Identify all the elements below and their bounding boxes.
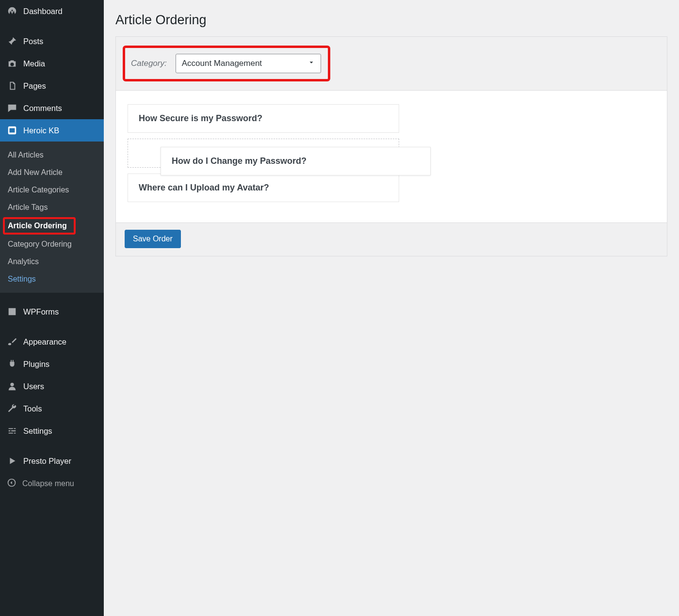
user-icon: [7, 381, 17, 392]
sidebar-item-appearance[interactable]: Appearance: [0, 331, 104, 353]
submenu-item-all-articles[interactable]: All Articles: [0, 146, 104, 164]
admin-sidebar: Dashboard Posts Media Pages Comments Her…: [0, 0, 104, 616]
ordering-panel: Category: Account Management How Secure …: [115, 36, 667, 256]
sliders-icon: [7, 426, 17, 436]
heroic-kb-submenu: All Articles Add New Article Article Cat…: [0, 142, 104, 293]
chevron-down-icon: [308, 59, 315, 68]
category-label: Category:: [131, 59, 167, 68]
submenu-item-category-ordering[interactable]: Category Ordering: [0, 236, 104, 253]
category-selector-highlight: Category: Account Management: [123, 46, 330, 81]
sidebar-item-presto-player[interactable]: Presto Player: [0, 450, 104, 472]
sidebar-item-label: WPForms: [23, 307, 59, 316]
submenu-item-article-ordering[interactable]: Article Ordering: [3, 217, 76, 235]
submenu-item-settings[interactable]: Settings: [0, 270, 104, 288]
sidebar-item-label: Pages: [23, 81, 46, 91]
sidebar-item-tools[interactable]: Tools: [0, 397, 104, 420]
sidebar-item-label: Posts: [23, 37, 43, 46]
sidebar-item-label: Presto Player: [23, 457, 71, 466]
panel-footer: Save Order: [116, 222, 667, 256]
panel-header: Category: Account Management: [116, 37, 667, 91]
chevron-left-circle-icon: [7, 478, 16, 490]
sidebar-item-label: Settings: [23, 426, 52, 436]
sidebar-item-comments[interactable]: Comments: [0, 97, 104, 119]
category-select[interactable]: Account Management: [176, 54, 321, 73]
pages-icon: [7, 80, 17, 91]
sidebar-item-users[interactable]: Users: [0, 375, 104, 397]
pin-icon: [7, 36, 17, 47]
sidebar-item-settings[interactable]: Settings: [0, 420, 104, 442]
sidebar-item-label: Media: [23, 59, 45, 68]
collapse-menu-button[interactable]: Collapse menu: [0, 472, 104, 495]
article-row[interactable]: Where can I Upload my Avatar?: [128, 174, 399, 202]
sidebar-item-label: Plugins: [23, 360, 49, 369]
sidebar-item-wpforms[interactable]: WPForms: [0, 300, 104, 323]
submenu-item-article-tags[interactable]: Article Tags: [0, 199, 104, 216]
book-icon: [7, 125, 17, 136]
sidebar-item-label: Tools: [23, 404, 42, 413]
submenu-item-analytics[interactable]: Analytics: [0, 253, 104, 270]
sidebar-item-label: Appearance: [23, 337, 66, 347]
article-list: How Secure is my Password? How do I Chan…: [116, 91, 667, 222]
article-drop-placeholder[interactable]: How do I Change my Password?: [128, 139, 399, 168]
sidebar-item-heroic-kb[interactable]: Heroic KB: [0, 119, 104, 142]
sidebar-item-label: Users: [23, 382, 44, 391]
category-select-value: Account Management: [182, 59, 262, 68]
brush-icon: [7, 336, 17, 347]
sidebar-item-dashboard[interactable]: Dashboard: [0, 0, 104, 22]
sidebar-item-label: Comments: [23, 104, 62, 113]
gauge-icon: [7, 6, 17, 16]
sidebar-item-pages[interactable]: Pages: [0, 75, 104, 97]
submenu-item-add-new-article[interactable]: Add New Article: [0, 164, 104, 181]
play-icon: [7, 456, 17, 466]
sidebar-item-label: Heroic KB: [23, 126, 59, 135]
submenu-item-article-categories[interactable]: Article Categories: [0, 181, 104, 199]
sidebar-item-media[interactable]: Media: [0, 52, 104, 75]
article-row[interactable]: How Secure is my Password?: [128, 104, 399, 133]
collapse-menu-label: Collapse menu: [22, 479, 74, 488]
plug-icon: [7, 359, 17, 369]
sidebar-item-plugins[interactable]: Plugins: [0, 353, 104, 375]
wrench-icon: [7, 403, 17, 414]
form-icon: [7, 306, 17, 317]
svg-rect-1: [10, 128, 15, 132]
camera-icon: [7, 58, 17, 69]
page-title: Article Ordering: [115, 13, 667, 28]
article-row-dragging[interactable]: How do I Change my Password?: [161, 147, 431, 175]
comment-icon: [7, 103, 17, 113]
sidebar-item-label: Dashboard: [23, 7, 63, 16]
main-content: Article Ordering Category: Account Manag…: [104, 0, 679, 616]
save-order-button[interactable]: Save Order: [125, 230, 181, 248]
sidebar-item-posts[interactable]: Posts: [0, 30, 104, 52]
